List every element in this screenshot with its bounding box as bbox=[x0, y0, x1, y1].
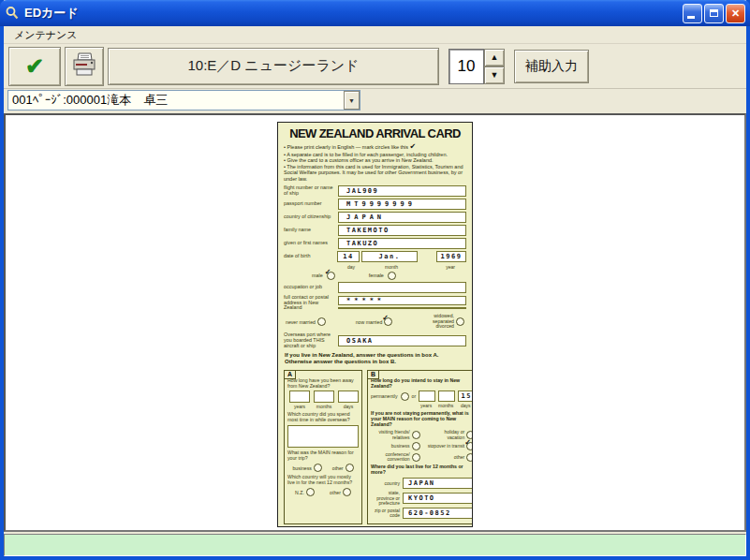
a-other-country-radio[interactable] bbox=[343, 488, 351, 496]
a-years-input[interactable] bbox=[289, 391, 310, 403]
b-other-radio[interactable] bbox=[466, 453, 473, 462]
spinner-up-button[interactable]: ▲ bbox=[484, 49, 505, 66]
field-boarding-port: Overseas port where you boarded THIS air… bbox=[284, 332, 466, 349]
address-input-line2[interactable] bbox=[338, 307, 466, 309]
male-radio[interactable]: ✓ bbox=[327, 272, 335, 280]
a-months-input[interactable] bbox=[314, 391, 334, 403]
now-married-radio[interactable]: ✓ bbox=[384, 317, 392, 326]
last-state-input[interactable]: KYOTO bbox=[403, 493, 473, 504]
female-label: female bbox=[369, 273, 384, 278]
spinner-value-field[interactable]: 10 bbox=[449, 49, 484, 84]
spinner-down-button[interactable]: ▼ bbox=[484, 66, 505, 84]
or-label: or bbox=[412, 393, 417, 399]
close-icon: ✕ bbox=[731, 7, 740, 20]
a-other-country-label: other bbox=[330, 490, 341, 495]
a-other-trip-radio[interactable] bbox=[346, 464, 354, 472]
female-radio[interactable] bbox=[388, 272, 396, 280]
a-nz-radio[interactable] bbox=[306, 488, 315, 496]
title-bar[interactable]: EDカード ✕ bbox=[0, 0, 750, 26]
field-date-of-birth: date of birth 14 Jan. 1969 bbox=[284, 251, 466, 262]
postal-code-value: 620-0852 bbox=[408, 509, 451, 517]
b-business-radio[interactable] bbox=[412, 442, 420, 450]
a-other-country-option: other bbox=[330, 488, 351, 496]
b-months-input[interactable] bbox=[438, 391, 455, 402]
b-other-label: other bbox=[454, 455, 464, 460]
dropdown-button[interactable]: ▼ bbox=[344, 91, 360, 110]
occupation-input[interactable] bbox=[338, 282, 466, 293]
address-label: full contact or postal address in New Ze… bbox=[284, 295, 338, 312]
a-country-input[interactable] bbox=[287, 425, 359, 448]
year-unit-label: year bbox=[435, 264, 465, 270]
visiting-radio[interactable] bbox=[412, 431, 420, 439]
flight-label: flight number or name of ship bbox=[284, 185, 338, 197]
minimize-button[interactable] bbox=[683, 4, 702, 23]
card-title: NEW ZEALAND ARRIVAL CARD bbox=[282, 126, 468, 140]
field-last-state: state, province or prefecture KYOTO bbox=[371, 491, 473, 506]
a-business-radio[interactable] bbox=[314, 464, 322, 472]
a-years-label: years bbox=[289, 404, 310, 409]
box-a-q4-options: N.Z. other bbox=[287, 488, 359, 496]
maximize-button[interactable] bbox=[704, 4, 724, 23]
check-icon: ✔ bbox=[25, 55, 44, 78]
given-names-label: given or first names bbox=[284, 241, 338, 246]
card-instructions: Please print clearly in English — mark c… bbox=[284, 142, 466, 183]
print-button[interactable] bbox=[65, 47, 104, 86]
b-years-input[interactable] bbox=[419, 391, 435, 402]
b-days-input[interactable]: 15 bbox=[458, 391, 473, 402]
flight-value: JAL909 bbox=[346, 187, 378, 195]
permanently-radio[interactable] bbox=[401, 392, 409, 401]
question-boxes: A How long have you been away from New Z… bbox=[284, 370, 466, 525]
box-a-q3: What was the MAIN reason for your trip? bbox=[287, 450, 359, 462]
dob-day-input[interactable]: 14 bbox=[337, 251, 360, 262]
auxiliary-input-button[interactable]: 補助入力 bbox=[514, 50, 589, 83]
never-married-option: never married bbox=[286, 317, 326, 326]
tick-icon: ✓ bbox=[464, 438, 471, 447]
box-b-stay-row: permanently or 15 bbox=[371, 391, 473, 402]
menu-item-maintenance[interactable]: メンテナンス bbox=[10, 27, 81, 43]
instruction-1: Please print clearly in English — mark c… bbox=[287, 144, 408, 150]
close-button[interactable]: ✕ bbox=[726, 4, 745, 23]
instruction-2: A separate card is to be filled in for e… bbox=[287, 152, 448, 157]
stopover-option: stopover in transit ✓ bbox=[426, 442, 473, 450]
last-country-input[interactable]: JAPAN bbox=[403, 478, 473, 489]
b-months-label: months bbox=[437, 403, 454, 408]
box-instructions: If you live in New Zealand, answer the q… bbox=[285, 352, 465, 366]
box-a-q2: Which country did you spend most time in… bbox=[287, 412, 359, 423]
a-days-input[interactable] bbox=[338, 391, 359, 403]
last-state-label: state, province or prefecture bbox=[371, 491, 403, 506]
family-name-input[interactable]: TAKEMOTO bbox=[338, 225, 466, 236]
month-unit-label: month bbox=[362, 264, 420, 270]
box-b-q3: Where did you last live for 12 months or… bbox=[371, 464, 473, 476]
boarding-port-input[interactable]: OSAKA bbox=[338, 335, 466, 346]
a-business-label: business bbox=[292, 465, 311, 471]
boarding-port-value: OSAKA bbox=[346, 337, 374, 345]
maximize-icon bbox=[710, 9, 718, 17]
postal-code-input[interactable]: 620-0852 bbox=[403, 508, 473, 519]
conference-label: conference/ convention bbox=[371, 452, 410, 463]
dob-year-input[interactable]: 1969 bbox=[436, 251, 466, 262]
citizenship-input[interactable]: JAPAN bbox=[338, 212, 466, 223]
widowed-radio[interactable] bbox=[456, 317, 464, 326]
field-postal-code: zip or postal code 620-0852 bbox=[371, 508, 473, 519]
now-married-option: now married ✓ bbox=[356, 317, 393, 326]
flight-input[interactable]: JAL909 bbox=[338, 185, 466, 197]
box-a-q1: How long have you been away from New Zea… bbox=[287, 378, 359, 390]
given-names-input[interactable]: TAKUZO bbox=[338, 238, 466, 249]
form-type-display[interactable]: 10:E／D ニュージーランド bbox=[108, 48, 439, 85]
conference-radio[interactable] bbox=[412, 453, 420, 462]
stopover-radio[interactable]: ✓ bbox=[466, 442, 473, 450]
page-selector[interactable]: 001ﾍﾟｰｼﾞ:000001滝本 卓三 ▼ bbox=[7, 90, 360, 111]
permanently-label: permanently bbox=[371, 393, 398, 399]
given-names-value: TAKUZO bbox=[346, 240, 378, 247]
box-b-reason-options: visiting friends/ relatives holiday or v… bbox=[371, 430, 473, 462]
confirm-button[interactable]: ✔ bbox=[8, 47, 61, 86]
copies-spinner: 10 ▲ ▼ bbox=[449, 49, 505, 84]
never-married-radio[interactable] bbox=[317, 317, 326, 326]
address-input-line1[interactable]: ***** bbox=[338, 296, 466, 305]
toolbar: ✔ 10:E／D ニュージーランド 10 ▲ ▼ bbox=[4, 44, 746, 89]
arrow-up-icon: ▲ bbox=[491, 52, 499, 62]
b-days-value: 15 bbox=[461, 392, 471, 400]
dob-month-input[interactable]: Jan. bbox=[361, 251, 418, 262]
dob-day-value: 14 bbox=[343, 253, 353, 260]
passport-input[interactable]: MT9999999 bbox=[338, 199, 466, 210]
